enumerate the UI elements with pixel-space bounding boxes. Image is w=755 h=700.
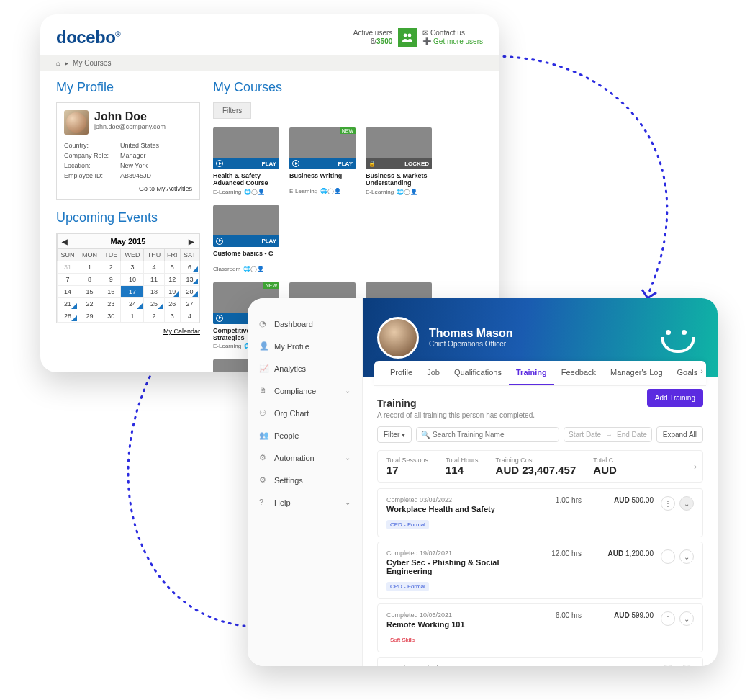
filter-button[interactable]: Filter ▾ [377, 426, 412, 443]
cal-day[interactable]: 6 [181, 261, 199, 274]
person-name: Thomas Mason [429, 327, 512, 340]
add-training-button[interactable]: Add Training [647, 389, 703, 407]
cal-day[interactable]: 21 [58, 298, 78, 310]
cal-day[interactable]: 1 [121, 310, 144, 323]
course-card[interactable]: PLAY Custome basics - C Classroom 🌐◯👤 [213, 205, 279, 272]
cal-day[interactable]: 9 [101, 274, 121, 286]
cal-day[interactable]: 23 [101, 298, 121, 310]
sidebar-item-settings[interactable]: ⚙Settings [248, 469, 362, 491]
get-more-users-link[interactable]: ➕ Get more users [422, 37, 483, 46]
cal-day[interactable]: 18 [144, 286, 164, 298]
cal-next-icon[interactable]: ▶ [189, 238, 194, 246]
expand-all-button[interactable]: Expand All [656, 426, 703, 443]
cal-day[interactable]: 30 [101, 310, 121, 323]
course-card[interactable]: PLAY Health & Safety Advanced Course E-L… [213, 127, 279, 195]
nav-icon: ⚙ [259, 475, 268, 485]
sidebar-item-org-chart[interactable]: ⚇Org Chart [248, 402, 362, 424]
more-icon[interactable]: ⋮ [661, 611, 675, 626]
row-date: Completed 18/01/2021 [386, 665, 530, 666]
cal-day[interactable]: 22 [78, 298, 101, 310]
cal-day[interactable]: 5 [164, 261, 180, 274]
row-hours: 12.00 hrs [537, 549, 582, 557]
course-card[interactable]: NEW PLAY Business Writing E-Learning 🌐◯👤 [289, 127, 356, 195]
filters-button[interactable]: Filters [213, 102, 251, 119]
cal-day[interactable]: 17 [121, 286, 144, 298]
active-users-label: Active users [353, 29, 392, 37]
cal-day[interactable]: 20 [181, 286, 199, 298]
expand-row-icon[interactable]: ⌄ [679, 611, 694, 626]
cal-day[interactable]: 13 [181, 274, 199, 286]
sidebar-item-automation[interactable]: ⚙Automation ⌄ [248, 447, 362, 469]
cal-day[interactable]: 25 [144, 298, 164, 310]
cal-day[interactable]: 1 [78, 261, 101, 274]
stats-scroll-icon[interactable]: › [694, 462, 697, 472]
home-icon[interactable]: ⌂ [56, 59, 60, 67]
sidebar-item-my-profile[interactable]: 👤My Profile [248, 335, 362, 357]
upcoming-events-heading: Upcoming Events [56, 210, 200, 225]
course-card[interactable]: 🔒LOCKED Business & Markets Understanding… [366, 127, 432, 195]
expand-row-icon[interactable]: ⌄ [679, 549, 694, 564]
stat: Total CAUD [593, 457, 617, 476]
date-range[interactable]: Start Date → End Date [564, 427, 652, 442]
cal-day[interactable]: 7 [58, 274, 78, 286]
go-to-activities-link[interactable]: Go to My Activities [64, 185, 192, 192]
breadcrumb[interactable]: ⌂ ▸ My Courses [40, 55, 499, 71]
cal-day[interactable]: 3 [121, 261, 144, 274]
cal-day[interactable]: 27 [181, 298, 199, 310]
play-icon [216, 160, 223, 167]
stat: Total Hours114 [446, 457, 479, 476]
cal-day[interactable]: 15 [78, 286, 101, 298]
contact-link[interactable]: ✉ Contact us [422, 29, 483, 37]
cal-day[interactable]: 29 [78, 310, 101, 323]
sidebar-item-people[interactable]: 👥People [248, 424, 362, 447]
chevron-down-icon: ⌄ [345, 387, 351, 395]
cal-day[interactable]: 2 [144, 310, 164, 323]
cal-day[interactable]: 4 [181, 310, 199, 323]
tabs-scroll-right-icon[interactable]: › [700, 367, 703, 375]
sidebar-item-dashboard[interactable]: ◔Dashboard [248, 313, 362, 335]
course-title: Health & Safety Advanced Course [213, 172, 279, 187]
sidebar-item-help[interactable]: ?Help ⌄ [248, 491, 362, 513]
cal-day[interactable]: 26 [164, 298, 180, 310]
sidebar-item-analytics[interactable]: 📈Analytics [248, 357, 362, 380]
tab-feedback[interactable]: Feedback [554, 361, 603, 385]
course-type: E-Learning 🌐◯👤 [289, 188, 356, 194]
avatar [377, 317, 419, 359]
cal-day[interactable]: 24 [121, 298, 144, 310]
tab-profile[interactable]: Profile [383, 361, 420, 385]
cal-day[interactable]: 14 [58, 286, 78, 298]
cal-month: May 2015 [111, 237, 146, 246]
my-calendar-link[interactable]: My Calendar [56, 328, 200, 335]
cal-day[interactable]: 31 [58, 261, 78, 274]
tab-goals[interactable]: Goals [670, 361, 705, 385]
more-icon[interactable]: ⋮ [661, 665, 675, 666]
docebo-logo: docebo® [56, 27, 120, 48]
tab-job[interactable]: Job [420, 361, 447, 385]
cal-day[interactable]: 10 [121, 274, 144, 286]
cal-day[interactable]: 4 [144, 261, 164, 274]
search-input[interactable]: 🔍 [416, 427, 559, 442]
expand-row-icon[interactable]: ⌄ [679, 665, 694, 666]
profile-row: Employee ID:AB3945JD [64, 171, 192, 181]
cal-day[interactable]: 11 [144, 274, 164, 286]
cal-day[interactable]: 8 [78, 274, 101, 286]
new-badge: NEW [340, 127, 356, 134]
course-title: Business Writing [289, 172, 356, 187]
cal-day[interactable]: 3 [164, 310, 180, 323]
tab-qualifications[interactable]: Qualifications [447, 361, 509, 385]
tab-training[interactable]: Training [509, 361, 554, 385]
cal-day[interactable]: 28 [58, 310, 78, 323]
cal-day[interactable]: 2 [101, 261, 121, 274]
tab-manager-s-log[interactable]: Manager's Log [603, 361, 669, 385]
training-row: Completed 18/01/2021 ⋮ ⌄ [377, 657, 703, 666]
expand-row-icon[interactable]: ⌄ [679, 496, 694, 511]
cal-day[interactable]: 19 [164, 286, 180, 298]
cal-prev-icon[interactable]: ◀ [62, 238, 68, 246]
more-icon[interactable]: ⋮ [661, 496, 675, 511]
cal-day[interactable]: 12 [164, 274, 180, 286]
more-icon[interactable]: ⋮ [661, 549, 675, 564]
calendar[interactable]: SUNMONTUEWEDTHUFRISAT 311234567891011121… [57, 248, 199, 323]
cal-day[interactable]: 16 [101, 286, 121, 298]
sidebar-item-compliance[interactable]: 🗎Compliance ⌄ [248, 380, 362, 402]
sidebar: ◔Dashboard 👤My Profile 📈Analytics 🗎Compl… [248, 298, 363, 666]
